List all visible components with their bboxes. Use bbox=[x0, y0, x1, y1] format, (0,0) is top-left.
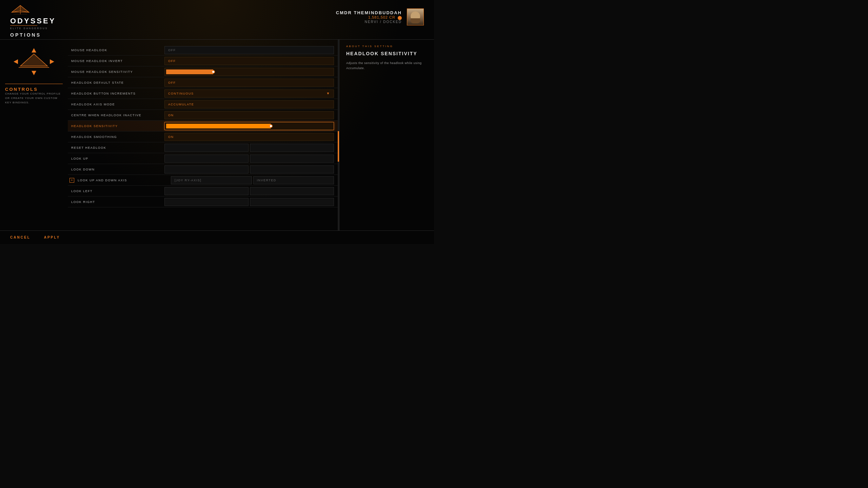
setting-value-headlook-default-state: OFF bbox=[164, 79, 334, 87]
mouse-headlook-value[interactable]: OFF bbox=[164, 46, 334, 54]
svg-marker-6 bbox=[32, 71, 36, 75]
setting-row-look-down[interactable]: LOOK DOWN bbox=[68, 164, 339, 175]
setting-name-look-right: LOOK RIGHT bbox=[70, 200, 164, 204]
user-name: CMDR THEMINDBUDDAH bbox=[336, 10, 402, 15]
scrollbar[interactable] bbox=[338, 40, 339, 243]
setting-value-look-up-down-axis: [JOY RY-AXIS] INVERTED bbox=[171, 176, 334, 184]
setting-name-look-down: LOOK DOWN bbox=[70, 168, 164, 171]
setting-name-reset-headlook: RESET HEADLOOK bbox=[70, 146, 164, 149]
headlook-axis-mode-value[interactable]: ACCUMULATE bbox=[164, 100, 334, 108]
setting-name-headlook-sensitivity: HEADLOOK SENSITIVITY bbox=[70, 124, 164, 128]
scrollbar-thumb[interactable] bbox=[338, 131, 339, 162]
svg-marker-5 bbox=[32, 48, 36, 53]
controls-label: CONTROLS bbox=[5, 84, 63, 92]
setting-name-centre-when-headlook-inactive: CENTRE WHEN HEADLOOK INACTIVE bbox=[70, 114, 164, 117]
logo-subtitle: ELITE DANGEROUS bbox=[10, 27, 48, 29]
setting-row-headlook-default-state[interactable]: HEADLOOK DEFAULT STATE OFF bbox=[68, 77, 339, 88]
page-title: OPTIONS bbox=[10, 32, 424, 38]
apply-button[interactable]: APPLY bbox=[44, 236, 60, 239]
bottom-bar: CANCEL APPLY bbox=[0, 230, 434, 244]
reset-headlook-value1[interactable] bbox=[164, 144, 249, 152]
look-up-down-axis-value2[interactable]: INVERTED bbox=[253, 176, 334, 184]
page-title-area: OPTIONS bbox=[0, 30, 434, 40]
headlook-sensitivity-slider[interactable] bbox=[164, 122, 334, 130]
setting-row-headlook-axis-mode[interactable]: HEADLOOK AXIS MODE ACCUMULATE bbox=[68, 99, 339, 110]
look-up-down-axis-value1[interactable]: [JOY RY-AXIS] bbox=[171, 176, 252, 184]
look-up-value2[interactable] bbox=[250, 155, 334, 163]
setting-row-look-right[interactable]: LOOK RIGHT bbox=[68, 197, 339, 207]
left-sidebar: CONTROLS CHANGE YOUR CONTROL PROFILE OR … bbox=[0, 40, 68, 243]
settings-list: MOUSE HEADLOOK OFF MOUSE HEADLOOK INVERT… bbox=[68, 45, 339, 207]
look-down-value2[interactable] bbox=[250, 165, 334, 174]
setting-row-mouse-headlook-sensitivity[interactable]: MOUSE HEADLOOK SENSITIVITY bbox=[68, 66, 339, 77]
look-up-value1[interactable] bbox=[164, 155, 249, 163]
user-area: CMDR THEMINDBUDDAH 1,581,502 CR NERVI / … bbox=[336, 8, 424, 25]
dropdown-arrow-icon: ▼ bbox=[327, 92, 330, 95]
svg-marker-7 bbox=[14, 59, 18, 64]
headlook-button-increments-dropdown[interactable]: CONTINUOUS ▼ bbox=[164, 89, 334, 98]
user-info: CMDR THEMINDBUDDAH 1,581,502 CR NERVI / … bbox=[336, 10, 402, 23]
setting-value-mouse-headlook-invert: OFF bbox=[164, 57, 334, 65]
setting-name-mouse-headlook: MOUSE HEADLOOK bbox=[70, 48, 164, 52]
cancel-button[interactable]: CANCEL bbox=[10, 236, 31, 239]
setting-name-headlook-axis-mode: HEADLOOK AXIS MODE bbox=[70, 103, 164, 106]
setting-name-look-up: LOOK UP bbox=[70, 157, 164, 160]
setting-name-mouse-headlook-invert: MOUSE HEADLOOK INVERT bbox=[70, 59, 164, 63]
setting-value-mouse-headlook: OFF bbox=[164, 46, 334, 54]
look-right-value2[interactable] bbox=[250, 198, 334, 206]
setting-row-headlook-sensitivity[interactable]: HEADLOOK SENSITIVITY bbox=[68, 121, 339, 131]
credit-icon bbox=[398, 16, 402, 20]
setting-name-headlook-default-state: HEADLOOK DEFAULT STATE bbox=[70, 81, 164, 84]
about-label: ABOUT THIS SETTING bbox=[346, 45, 427, 48]
logo-area: ODYSSEY ELITE DANGEROUS bbox=[10, 5, 56, 29]
setting-value-look-down bbox=[164, 165, 334, 174]
odyssey-logo-icon bbox=[10, 5, 31, 17]
svg-marker-8 bbox=[50, 59, 54, 64]
centre-when-headlook-inactive-value[interactable]: ON bbox=[164, 111, 334, 119]
setting-value-look-left bbox=[164, 187, 334, 195]
setting-value-centre-when-headlook-inactive: ON bbox=[164, 111, 334, 119]
headlook-default-state-value[interactable]: OFF bbox=[164, 79, 334, 87]
avatar bbox=[407, 8, 424, 25]
look-left-value2[interactable] bbox=[250, 187, 334, 195]
setting-name-look-left: LOOK LEFT bbox=[70, 189, 164, 193]
setting-value-mouse-headlook-sensitivity bbox=[164, 68, 334, 76]
headlook-smoothing-value[interactable]: ON bbox=[164, 133, 334, 141]
look-left-value1[interactable] bbox=[164, 187, 249, 195]
setting-name-look-up-down-axis: LOOK UP AND DOWN AXIS bbox=[76, 179, 171, 182]
reset-headlook-value2[interactable] bbox=[250, 144, 334, 152]
setting-value-headlook-button-increments: CONTINUOUS ▼ bbox=[164, 89, 334, 98]
setting-row-look-left[interactable]: LOOK LEFT bbox=[68, 186, 339, 197]
setting-row-look-up-down-axis[interactable]: + LOOK UP AND DOWN AXIS [JOY RY-AXIS] IN… bbox=[68, 175, 339, 186]
setting-name-headlook-smoothing: HEADLOOK SMOOTHING bbox=[70, 135, 164, 139]
setting-row-look-up[interactable]: LOOK UP bbox=[68, 153, 339, 164]
right-panel: ABOUT THIS SETTING HEADLOOK SENSITIVITY … bbox=[339, 40, 434, 243]
mouse-headlook-invert-value[interactable]: OFF bbox=[164, 57, 334, 65]
setting-name-headlook-button-increments: HEADLOOK BUTTON INCREMENTS bbox=[70, 92, 164, 95]
look-right-value1[interactable] bbox=[164, 198, 249, 206]
user-credits: 1,581,502 CR bbox=[336, 15, 402, 20]
setting-row-mouse-headlook-invert[interactable]: MOUSE HEADLOOK INVERT OFF bbox=[68, 56, 339, 66]
setting-row-headlook-button-increments[interactable]: HEADLOOK BUTTON INCREMENTS CONTINUOUS ▼ bbox=[68, 88, 339, 99]
setting-row-mouse-headlook[interactable]: MOUSE HEADLOOK OFF bbox=[68, 45, 339, 56]
svg-marker-10 bbox=[20, 54, 47, 66]
setting-value-headlook-axis-mode: ACCUMULATE bbox=[164, 100, 334, 108]
setting-value-look-up bbox=[164, 155, 334, 163]
setting-row-headlook-smoothing[interactable]: HEADLOOK SMOOTHING ON bbox=[68, 131, 339, 142]
header: ODYSSEY ELITE DANGEROUS CMDR THEMINDBUDD… bbox=[0, 0, 434, 30]
logo-title: ODYSSEY bbox=[10, 17, 56, 25]
setting-value-headlook-sensitivity bbox=[164, 122, 334, 130]
info-setting-title: HEADLOOK SENSITIVITY bbox=[346, 50, 427, 57]
look-down-value1[interactable] bbox=[164, 165, 249, 174]
setting-name-mouse-headlook-sensitivity: MOUSE HEADLOOK SENSITIVITY bbox=[70, 70, 164, 74]
controls-desc: CHANGE YOUR CONTROL PROFILE OR CREATE YO… bbox=[5, 92, 63, 105]
setting-row-reset-headlook[interactable]: RESET HEADLOOK bbox=[68, 142, 339, 153]
info-setting-description: Adjusts the sensitivity of the headlook … bbox=[346, 61, 427, 71]
user-location: NERVI / DOCKED bbox=[336, 20, 402, 24]
mouse-headlook-sensitivity-slider[interactable] bbox=[164, 68, 334, 76]
expand-icon[interactable]: + bbox=[70, 178, 74, 183]
setting-row-centre-when-headlook-inactive[interactable]: CENTRE WHEN HEADLOOK INACTIVE ON bbox=[68, 110, 339, 121]
setting-value-headlook-smoothing: ON bbox=[164, 133, 334, 141]
settings-panel[interactable]: MOUSE HEADLOOK OFF MOUSE HEADLOOK INVERT… bbox=[68, 40, 339, 243]
setting-value-reset-headlook bbox=[164, 144, 334, 152]
